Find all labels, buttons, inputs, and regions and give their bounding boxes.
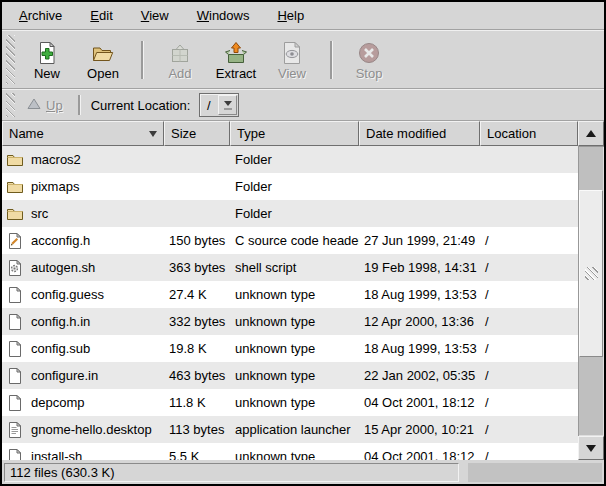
file-size: 150 bytes — [164, 233, 230, 248]
column-header-name[interactable]: Name — [2, 121, 164, 146]
scrollbar-up-button[interactable] — [578, 121, 604, 146]
scroll-down-icon — [586, 445, 596, 452]
combobox-indicator-dash — [224, 108, 232, 110]
column-header-name-label: Name — [9, 126, 44, 141]
file-type: Folder — [230, 206, 359, 221]
menu-view-accel: V — [141, 8, 149, 23]
file-table: Name Size Type Date modified Location ma… — [2, 121, 578, 460]
add-files-icon — [168, 39, 192, 65]
column-header-size[interactable]: Size — [164, 121, 230, 146]
table-row[interactable]: configure.in 463 bytes unknown type 22 J… — [2, 362, 578, 389]
file-location: / — [480, 287, 578, 302]
file-size: 27.4 K — [164, 287, 230, 302]
combobox-dropdown-button[interactable] — [218, 95, 237, 115]
open-button[interactable]: Open — [76, 35, 130, 85]
scroll-up-icon — [586, 130, 596, 137]
document-icon — [6, 448, 24, 461]
view-button[interactable]: View — [265, 35, 319, 85]
file-name: autogen.sh — [31, 260, 95, 275]
folder-icon — [6, 205, 24, 223]
column-header-row: Name Size Type Date modified Location — [2, 121, 578, 146]
file-name: install-sh — [31, 449, 82, 460]
extract-icon — [224, 39, 248, 65]
file-size: 5.5 K — [164, 449, 230, 460]
current-location-value: / — [200, 94, 217, 116]
file-name: config.h.in — [31, 314, 90, 329]
status-message-frame: 112 files (630.3 K) — [4, 463, 459, 482]
table-row[interactable]: config.guess 27.4 K unknown type 18 Aug … — [2, 281, 578, 308]
menu-archive[interactable]: Archive — [8, 4, 73, 27]
current-location-combobox[interactable]: / — [199, 93, 239, 117]
column-header-date-modified-label: Date modified — [366, 126, 446, 141]
stop-icon — [357, 39, 381, 65]
document-icon — [6, 394, 24, 412]
menu-help-label: elp — [287, 8, 304, 23]
new-button[interactable]: New — [20, 35, 74, 85]
table-row[interactable]: src Folder — [2, 200, 578, 227]
column-header-type[interactable]: Type — [230, 121, 359, 146]
status-text: 112 files (630.3 K) — [10, 465, 115, 480]
file-type: unknown type — [230, 368, 359, 383]
scrollbar-down-button[interactable] — [578, 436, 604, 460]
table-row[interactable]: acconfig.h 150 bytes C source code heade… — [2, 227, 578, 254]
table-row[interactable]: autogen.sh 363 bytes shell script 19 Feb… — [2, 254, 578, 281]
file-date: 27 Jun 1999, 21:49 — [359, 233, 480, 248]
file-location: / — [480, 422, 578, 437]
c-source-icon — [6, 232, 24, 250]
scrollbar-thumb[interactable] — [579, 190, 603, 357]
file-location: / — [480, 368, 578, 383]
file-date: 04 Oct 2001, 18:12 — [359, 449, 480, 460]
new-archive-icon — [35, 39, 59, 65]
column-header-date-modified[interactable]: Date modified — [359, 121, 480, 146]
scrollbar-grip-icon — [585, 267, 598, 280]
view-button-label: View — [278, 66, 306, 81]
menu-view[interactable]: View — [130, 4, 180, 27]
toolbar-separator — [330, 41, 333, 79]
column-header-size-label: Size — [171, 126, 196, 141]
folder-icon — [6, 151, 24, 169]
add-button[interactable]: Add — [153, 35, 207, 85]
table-row[interactable]: macros2 Folder — [2, 146, 578, 173]
menu-windows-label: indows — [209, 8, 249, 23]
status-progress-area — [468, 463, 602, 482]
file-name: configure.in — [31, 368, 98, 383]
menu-windows[interactable]: Windows — [186, 4, 261, 27]
extract-button[interactable]: Extract — [209, 35, 263, 85]
menu-edit-accel: E — [90, 8, 99, 23]
column-header-location[interactable]: Location — [480, 121, 578, 146]
file-name: src — [31, 206, 48, 221]
menu-help[interactable]: Help — [266, 4, 315, 27]
view-file-icon — [280, 39, 304, 65]
vertical-scrollbar — [578, 121, 604, 460]
toolbar-drag-handle[interactable] — [6, 35, 15, 84]
file-location: / — [480, 395, 578, 410]
table-row[interactable]: config.h.in 332 bytes unknown type 12 Ap… — [2, 308, 578, 335]
toolbar: New Open Add — [2, 30, 604, 89]
location-bar-drag-handle[interactable] — [6, 93, 15, 117]
toolbar-separator — [141, 41, 144, 79]
table-row[interactable]: depcomp 11.8 K unknown type 04 Oct 2001,… — [2, 389, 578, 416]
menu-help-accel: H — [277, 8, 286, 23]
extract-button-label: Extract — [216, 66, 256, 81]
file-type: application launcher — [230, 422, 359, 437]
file-type: unknown type — [230, 287, 359, 302]
file-type: Folder — [230, 152, 359, 167]
up-button[interactable]: Up — [20, 95, 70, 116]
file-name: gnome-hello.desktop — [31, 422, 152, 437]
table-row[interactable]: gnome-hello.desktop 113 bytes applicatio… — [2, 416, 578, 443]
location-bar: Up Current Location: / — [2, 89, 604, 121]
file-type: unknown type — [230, 341, 359, 356]
file-date: 22 Jan 2002, 05:35 — [359, 368, 480, 383]
file-size: 463 bytes — [164, 368, 230, 383]
table-row[interactable]: install-sh 5.5 K unknown type 04 Oct 200… — [2, 443, 578, 460]
file-type: unknown type — [230, 314, 359, 329]
stop-button[interactable]: Stop — [342, 35, 396, 85]
location-bar-separator — [78, 95, 81, 115]
document-icon — [6, 340, 24, 358]
table-row[interactable]: config.sub 19.8 K unknown type 18 Aug 19… — [2, 335, 578, 362]
table-row[interactable]: pixmaps Folder — [2, 173, 578, 200]
file-type: C source code header — [230, 233, 359, 248]
scrollbar-trough[interactable] — [578, 146, 604, 436]
file-date: 15 Apr 2000, 10:21 — [359, 422, 480, 437]
menu-edit[interactable]: Edit — [79, 4, 123, 27]
